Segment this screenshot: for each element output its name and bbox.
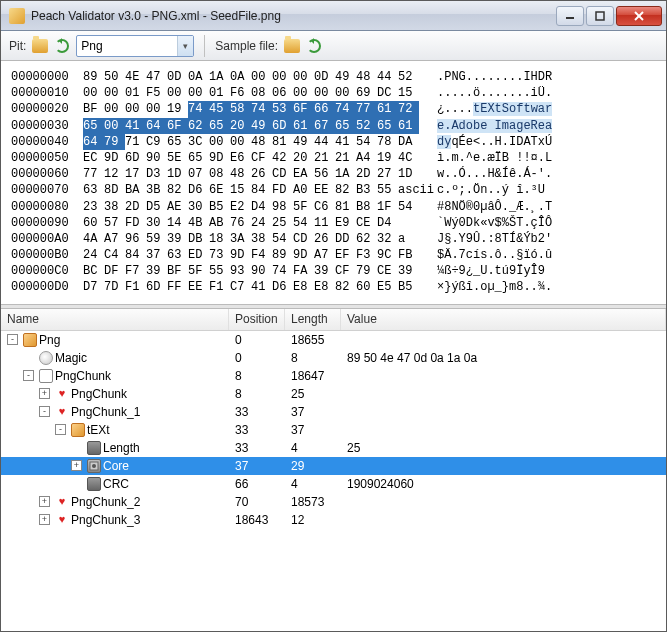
hex-byte[interactable]: F3 [356,247,377,263]
hex-byte[interactable]: DD [335,231,356,247]
hex-byte[interactable]: 3B [146,182,167,198]
hex-byte[interactable]: 00 [125,101,146,117]
hex-byte[interactable]: 89 [83,69,104,85]
hex-byte[interactable]: EE [188,279,209,295]
hex-byte[interactable]: 48 [230,166,251,182]
hex-byte[interactable]: AE [167,199,188,215]
hex-byte[interactable]: 73 [209,247,230,263]
col-position[interactable]: Position [229,309,285,330]
tree-expander[interactable]: + [39,388,50,399]
hex-byte[interactable]: 27 [377,166,398,182]
hex-byte[interactable]: 64 [83,134,104,150]
hex-row[interactable]: 00000010000001F5000001F6080600000069DC15… [11,85,656,101]
hex-byte[interactable]: 00 [293,85,314,101]
hex-byte[interactable]: 1F [377,199,398,215]
hex-byte[interactable]: E5 [377,279,398,295]
hex-byte[interactable]: F5 [146,85,167,101]
hex-byte[interactable]: 7D [104,279,125,295]
hex-byte[interactable]: 15 [230,182,251,198]
hex-byte[interactable]: 1D [167,166,188,182]
tree-row[interactable]: + Core3729 [1,457,666,475]
hex-byte[interactable]: F6 [230,85,251,101]
hex-row[interactable]: 00000050EC9D6D905E659DE6CF42202121A4194C… [11,150,656,166]
hex-row[interactable]: 0000000089504E470D0A1A0A0000000D49484452… [11,69,656,85]
hex-row[interactable]: 00000030650041646F626520496D616765526561… [11,118,656,134]
hex-byte[interactable]: 57 [104,215,125,231]
hex-byte[interactable]: 01 [209,85,230,101]
hex-byte[interactable]: 74 [335,101,356,117]
hex-byte[interactable]: 84 [125,247,146,263]
hex-byte[interactable]: 61 [398,118,419,134]
hex-byte[interactable]: BC [83,263,104,279]
hex-byte[interactable]: 00 [314,85,335,101]
hex-byte[interactable]: 6D [146,279,167,295]
hex-byte[interactable]: 8D [104,182,125,198]
hex-byte[interactable]: 82 [335,279,356,295]
hex-byte[interactable]: 38 [251,231,272,247]
hex-byte[interactable]: CF [251,150,272,166]
hex-byte[interactable]: 39 [398,263,419,279]
hex-byte[interactable]: 1A [335,166,356,182]
hex-byte[interactable]: 25 [272,215,293,231]
pit-combo[interactable]: ▾ [76,35,194,57]
hex-byte[interactable]: CD [293,231,314,247]
hex-byte[interactable]: D6 [188,182,209,198]
hex-byte[interactable]: CE [356,215,377,231]
hex-byte[interactable]: C6 [314,199,335,215]
hex-byte[interactable]: E8 [314,279,335,295]
hex-byte[interactable]: 19 [167,101,188,117]
hex-byte[interactable]: 4B [188,215,209,231]
hex-row[interactable]: 00000070638DBA3B82D66E1584FDA0EE82B355as… [11,182,656,198]
hex-byte[interactable]: 41 [251,279,272,295]
hex-byte[interactable]: 08 [209,166,230,182]
hex-byte[interactable]: 00 [230,134,251,150]
hex-byte[interactable]: 17 [125,166,146,182]
hex-byte[interactable]: 48 [251,134,272,150]
hex-byte[interactable]: EF [335,247,356,263]
hex-byte[interactable]: 54 [293,215,314,231]
hex-byte[interactable]: E8 [293,279,314,295]
hex-byte[interactable]: 6F [167,118,188,134]
hex-byte[interactable]: 49 [251,118,272,134]
hex-byte[interactable]: 82 [335,182,356,198]
hex-byte[interactable]: 63 [83,182,104,198]
hex-byte[interactable]: 5F [293,199,314,215]
hex-byte[interactable]: 60 [83,215,104,231]
hex-byte[interactable]: E2 [230,199,251,215]
hex-byte[interactable]: 6F [293,101,314,117]
hex-row[interactable]: 00000040647971C9653C000048814944415478DA… [11,134,656,150]
hex-byte[interactable]: a [398,231,419,247]
open-pit-icon[interactable] [32,39,48,53]
hex-byte[interactable]: 19 [377,150,398,166]
hex-byte[interactable]: 5F [188,263,209,279]
titlebar[interactable]: Peach Validator v3.0 - PNG.xml - SeedFil… [1,1,666,31]
hex-byte[interactable]: 74 [188,101,209,117]
hex-byte[interactable]: 54 [272,231,293,247]
hex-byte[interactable]: 14 [167,215,188,231]
hex-byte[interactable]: 3C [188,134,209,150]
hex-byte[interactable]: 89 [272,247,293,263]
hex-byte[interactable]: FF [167,279,188,295]
hex-row[interactable]: 000000C0BCDFF739BF5F55939074FA39CF79CE39… [11,263,656,279]
hex-byte[interactable]: 9D [293,247,314,263]
hex-byte[interactable]: 66 [314,101,335,117]
hex-byte[interactable]: 65 [167,134,188,150]
tree-row[interactable]: Magic0889 50 4e 47 0d 0a 1a 0a [1,349,666,367]
hex-byte[interactable]: A4 [356,150,377,166]
tree-row[interactable]: +♥ PngChunk825 [1,385,666,403]
hex-byte[interactable]: EE [314,182,335,198]
hex-byte[interactable]: 07 [188,166,209,182]
refresh-pit-icon[interactable] [54,38,70,54]
hex-byte[interactable]: 0A [230,69,251,85]
hex-byte[interactable]: 00 [104,85,125,101]
tree-row[interactable]: CRC6641909024060 [1,475,666,493]
hex-byte[interactable]: 06 [272,85,293,101]
hex-byte[interactable]: 21 [314,150,335,166]
hex-byte[interactable]: 00 [188,85,209,101]
hex-viewer[interactable]: 0000000089504E470D0A1A0A0000000D49484452… [1,61,666,304]
hex-byte[interactable]: 82 [167,182,188,198]
hex-byte[interactable]: 65 [335,118,356,134]
hex-byte[interactable]: 01 [125,85,146,101]
hex-byte[interactable]: 65 [377,118,398,134]
hex-byte[interactable]: 84 [251,182,272,198]
